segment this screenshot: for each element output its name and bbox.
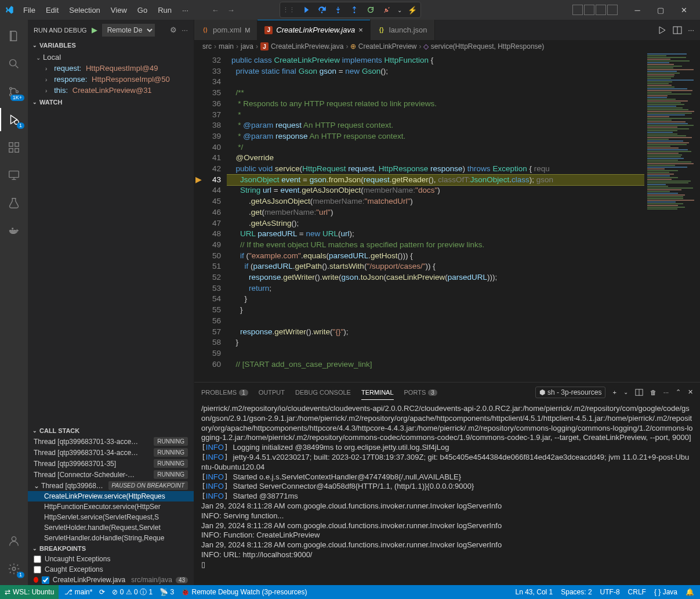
menu-go[interactable]: Go bbox=[133, 3, 152, 17]
panel-close-icon[interactable]: ✕ bbox=[688, 388, 693, 396]
config-gear-icon[interactable]: ⚙ bbox=[170, 26, 177, 34]
tab-createlinkpreview[interactable]: JCreateLinkPreview.java× bbox=[257, 20, 370, 40]
run-debug-icon[interactable]: 1 bbox=[0, 108, 28, 131]
stack-frame[interactable]: CreateLinkPreview.service(HttpReques bbox=[28, 491, 194, 501]
panel-maximize-icon[interactable]: ⌃ bbox=[676, 388, 681, 396]
maximize-icon[interactable]: ▢ bbox=[649, 2, 672, 18]
indent-indicator[interactable]: Spaces: 2 bbox=[561, 588, 592, 596]
bp-file[interactable]: CreateLinkPreview.javasrc/main/java43 bbox=[28, 575, 194, 585]
encoding-indicator[interactable]: UTF-8 bbox=[600, 588, 620, 596]
debug-toolbar[interactable]: ⋮⋮ ⌄ ⚡ bbox=[280, 2, 421, 18]
breadcrumbs[interactable]: src›main›java›JCreateLinkPreview.java›⊕ … bbox=[194, 40, 700, 53]
start-debug-icon[interactable]: ▶ bbox=[92, 26, 97, 34]
panel-more-icon[interactable]: ··· bbox=[663, 389, 669, 396]
step-into-icon[interactable] bbox=[332, 4, 344, 16]
split-editor-icon[interactable] bbox=[673, 26, 682, 35]
language-indicator[interactable]: { } Java bbox=[654, 588, 677, 596]
debug-config-select[interactable]: Remote De bbox=[102, 24, 155, 37]
menu-file[interactable]: File bbox=[19, 3, 40, 17]
layout-bottom-icon[interactable] bbox=[584, 5, 594, 15]
thread-row[interactable]: Thread [qtp399683701-35]RUNNING bbox=[28, 458, 194, 469]
stack-frame[interactable]: HttpFunctionExecutor.service(HttpSer bbox=[28, 501, 194, 512]
eol-indicator[interactable]: CRLF bbox=[628, 588, 646, 596]
breadcrumb-item[interactable]: ◇ service(HttpRequest, HttpResponse) bbox=[423, 42, 544, 50]
layout-left-icon[interactable] bbox=[572, 5, 583, 15]
run-file-icon[interactable] bbox=[658, 26, 667, 35]
docker-icon[interactable] bbox=[0, 219, 28, 243]
tab-close-icon[interactable]: × bbox=[358, 26, 363, 34]
nav-back-icon[interactable]: ← bbox=[209, 5, 222, 16]
variable-row[interactable]: › response: HttpResponseImpl@50 bbox=[28, 74, 194, 85]
cursor-position[interactable]: Ln 43, Col 1 bbox=[516, 588, 553, 596]
stack-frame[interactable]: ServletHandler.doHandle(String,Reque bbox=[28, 533, 194, 543]
panel-terminal[interactable]: TERMINAL bbox=[361, 385, 394, 399]
source-control-icon[interactable]: 1K+ bbox=[0, 80, 28, 103]
search-icon[interactable] bbox=[0, 52, 28, 75]
menu-more[interactable]: ··· bbox=[177, 3, 193, 17]
new-terminal-icon[interactable]: + bbox=[612, 389, 616, 396]
restart-icon[interactable] bbox=[365, 4, 376, 16]
layout-right-icon[interactable] bbox=[596, 5, 606, 15]
stack-frame[interactable]: ServletHolder.handle(Request,Servlet bbox=[28, 522, 194, 533]
sidebar-more-icon[interactable]: ··· bbox=[182, 26, 188, 34]
notifications-icon[interactable]: 🔔 bbox=[686, 588, 694, 596]
scope-local[interactable]: ⌄Local bbox=[28, 52, 194, 63]
section-callstack[interactable]: ⌄CALL STACK bbox=[28, 425, 194, 436]
hot-reload-icon[interactable]: ⚡ bbox=[407, 4, 418, 16]
thread-row[interactable]: Thread [qtp399683701-33-acce…RUNNING bbox=[28, 436, 194, 447]
debug-status[interactable]: 🐞 Remote Debug Watch (3p-resources) bbox=[181, 588, 307, 596]
code-editor[interactable]: public class CreateLinkPreview implement… bbox=[227, 53, 644, 382]
tab-launch[interactable]: {}launch.json bbox=[371, 20, 435, 40]
panel-ports[interactable]: PORTS3 bbox=[404, 385, 437, 399]
breadcrumb-item[interactable]: src bbox=[202, 42, 212, 50]
variable-row[interactable]: › this: CreateLinkPreview@31 bbox=[28, 85, 194, 96]
debug-dropdown-icon[interactable]: ⌄ bbox=[397, 7, 402, 13]
problems-indicator[interactable]: ⊘ 0 ⚠ 0 ⓘ 1 bbox=[112, 587, 153, 597]
menu-edit[interactable]: Edit bbox=[41, 3, 63, 17]
breadcrumb-item[interactable]: JCreateLinkPreview.java bbox=[260, 42, 343, 51]
menu-run[interactable]: Run bbox=[153, 3, 176, 17]
thread-row[interactable]: ⌄ Thread [qtp39968…PAUSED ON BREAKPOINT bbox=[28, 480, 194, 491]
thread-row[interactable]: Thread [Connector-Scheduler-…RUNNING bbox=[28, 469, 194, 480]
step-out-icon[interactable] bbox=[349, 4, 360, 16]
tab-pom[interactable]: ⟨⟩pom.xmlM bbox=[194, 20, 257, 40]
bp-uncaught[interactable]: Uncaught Exceptions bbox=[28, 554, 194, 564]
remote-explorer-icon[interactable] bbox=[0, 164, 28, 187]
terminal-dropdown-icon[interactable]: ⌄ bbox=[623, 389, 628, 395]
extensions-icon[interactable] bbox=[0, 136, 28, 159]
thread-row[interactable]: Thread [qtp399683701-34-acce…RUNNING bbox=[28, 447, 194, 458]
step-over-icon[interactable] bbox=[316, 4, 328, 16]
menu-view[interactable]: View bbox=[106, 3, 132, 17]
terminal-output[interactable]: /pierrick/.m2/repository/io/cloudevents/… bbox=[194, 402, 700, 585]
drag-handle-icon[interactable]: ⋮⋮ bbox=[282, 6, 295, 14]
bp-caught[interactable]: Caught Exceptions bbox=[28, 564, 194, 575]
section-watch[interactable]: ⌄WATCH bbox=[28, 97, 194, 107]
menu-selection[interactable]: Selection bbox=[64, 3, 104, 17]
settings-gear-icon[interactable]: 1 bbox=[0, 557, 28, 580]
testing-icon[interactable] bbox=[0, 192, 28, 215]
minimap[interactable] bbox=[644, 53, 700, 382]
account-icon[interactable] bbox=[0, 529, 28, 553]
breadcrumb-item[interactable]: ⊕ CreateLinkPreview bbox=[350, 42, 416, 50]
variable-row[interactable]: › request: HttpRequestImpl@49 bbox=[28, 63, 194, 74]
stack-frame[interactable]: HttpServlet.service(ServletRequest,S bbox=[28, 512, 194, 522]
remote-indicator[interactable]: ⇄WSL: Ubuntu bbox=[0, 585, 59, 599]
branch-indicator[interactable]: ⎇ main* bbox=[64, 588, 92, 596]
section-breakpoints[interactable]: ⌄BREAKPOINTS bbox=[28, 543, 194, 554]
terminal-selector[interactable]: ⬢sh - 3p-resources bbox=[535, 387, 605, 398]
ports-indicator[interactable]: 📡 3 bbox=[159, 588, 174, 596]
close-icon[interactable]: ✕ bbox=[672, 2, 695, 18]
kill-terminal-icon[interactable]: 🗑 bbox=[650, 389, 657, 396]
panel-output[interactable]: OUTPUT bbox=[259, 385, 285, 399]
tab-more-icon[interactable]: ··· bbox=[688, 26, 694, 34]
minimize-icon[interactable]: ─ bbox=[626, 2, 649, 18]
continue-icon[interactable] bbox=[300, 4, 311, 16]
nav-forward-icon[interactable]: → bbox=[225, 5, 237, 16]
layout-grid-icon[interactable] bbox=[607, 5, 618, 15]
breadcrumb-item[interactable]: java bbox=[241, 42, 253, 50]
line-gutter[interactable]: 3233343536373839404142▶43444546474849505… bbox=[194, 53, 227, 382]
sync-indicator[interactable]: ⟳ bbox=[99, 588, 105, 596]
explorer-icon[interactable] bbox=[0, 24, 28, 48]
breadcrumb-item[interactable]: main bbox=[219, 42, 234, 50]
disconnect-icon[interactable] bbox=[381, 4, 393, 16]
